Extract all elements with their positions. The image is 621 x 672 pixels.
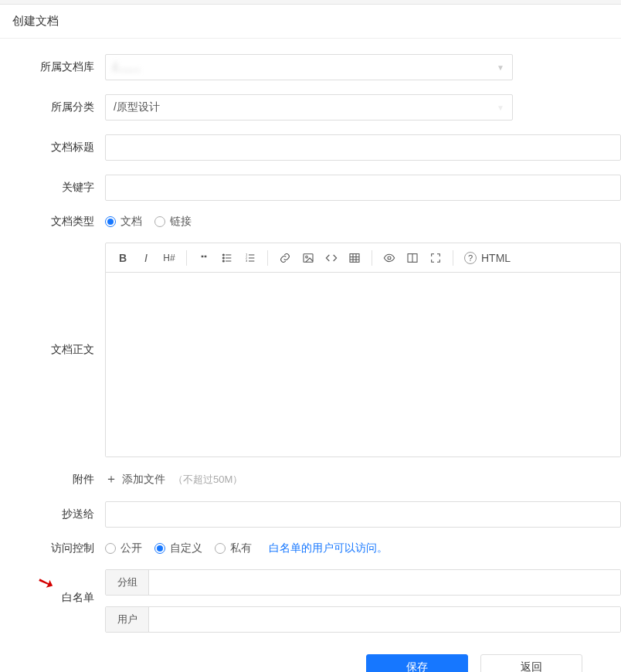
unordered-list-button[interactable] xyxy=(216,247,238,269)
add-file-button[interactable]: ＋ 添加文件 xyxy=(105,471,165,487)
svg-rect-12 xyxy=(304,253,313,262)
caret-down-icon: ▼ xyxy=(497,104,504,112)
access-radio-group: 公开 自定义 私有 白名单的用户可以访问。 xyxy=(105,541,621,555)
editor-textarea[interactable] xyxy=(106,273,620,456)
radio-label: 私有 xyxy=(230,541,252,555)
rich-text-editor: B I H# 123 xyxy=(105,243,621,457)
label-category: 所属分类 xyxy=(0,100,105,114)
label-doc-title: 文档标题 xyxy=(0,141,105,154)
form-actions: 保存 返回 xyxy=(0,647,621,672)
split-view-button[interactable] xyxy=(402,247,423,269)
svg-point-0 xyxy=(222,254,224,256)
whitelist-group-input[interactable] xyxy=(149,570,620,595)
radio-icon xyxy=(105,543,116,554)
plus-icon: ＋ xyxy=(105,471,117,487)
label-library: 所属文档库 xyxy=(0,60,105,74)
radio-icon xyxy=(154,216,165,227)
preview-button[interactable] xyxy=(378,247,400,269)
svg-point-19 xyxy=(388,256,391,260)
whitelist-user-label: 用户 xyxy=(106,607,149,632)
cc-input[interactable] xyxy=(105,501,621,528)
svg-rect-14 xyxy=(350,253,359,262)
access-option-public[interactable]: 公开 xyxy=(105,541,142,555)
form: 所属文档库 /........ ▼ 所属分类 /原型设计 ▼ 文档标题 关键字 … xyxy=(0,39,621,672)
svg-point-2 xyxy=(222,260,224,262)
doc-type-option-link[interactable]: 链接 xyxy=(154,215,192,229)
fullscreen-button[interactable] xyxy=(425,247,446,269)
heading-button[interactable]: H# xyxy=(158,247,180,269)
library-select-value: /........ xyxy=(114,61,497,73)
toolbar-separator xyxy=(372,250,372,266)
doc-type-radio-group: 文档 链接 xyxy=(105,215,621,229)
label-keywords: 关键字 xyxy=(0,181,105,195)
access-hint-text: 白名单的用户可以访问。 xyxy=(269,541,388,555)
whitelist-group-label: 分组 xyxy=(106,570,149,595)
save-button[interactable]: 保存 xyxy=(366,654,468,672)
radio-icon xyxy=(105,216,116,227)
svg-text:3: 3 xyxy=(246,259,248,263)
label-cc: 抄送给 xyxy=(0,507,105,521)
add-file-label: 添加文件 xyxy=(122,473,165,487)
bold-button[interactable]: B xyxy=(112,247,134,269)
toolbar-separator xyxy=(186,250,187,266)
svg-point-1 xyxy=(222,257,224,259)
whitelist-user-input[interactable] xyxy=(149,607,620,632)
table-button[interactable] xyxy=(344,247,365,269)
category-select[interactable]: /原型设计 ▼ xyxy=(105,94,513,120)
help-icon: ? xyxy=(464,252,477,264)
radio-label: 自定义 xyxy=(170,541,202,555)
editor-toolbar: B I H# 123 xyxy=(106,243,620,273)
radio-label: 文档 xyxy=(120,215,142,229)
caret-down-icon: ▼ xyxy=(497,63,504,72)
code-button[interactable] xyxy=(321,247,342,269)
attachment-size-hint: （不超过50M） xyxy=(173,473,243,487)
radio-label: 链接 xyxy=(170,215,192,229)
radio-label: 公开 xyxy=(120,541,142,555)
toolbar-separator xyxy=(453,250,453,266)
whitelist-user-row: 用户 xyxy=(105,606,621,633)
image-button[interactable] xyxy=(297,247,319,269)
label-whitelist: 白名单 xyxy=(0,569,105,605)
whitelist-group-row: 分组 xyxy=(105,569,621,596)
svg-point-13 xyxy=(306,256,308,258)
label-access: 访问控制 xyxy=(0,541,105,555)
label-attachment: 附件 xyxy=(0,473,105,487)
label-doc-type: 文档类型 xyxy=(0,215,105,229)
toolbar-separator xyxy=(267,250,268,266)
link-button[interactable] xyxy=(274,247,296,269)
page-title: 创建文档 xyxy=(0,5,621,39)
library-select[interactable]: /........ ▼ xyxy=(105,54,513,80)
html-mode-label: HTML xyxy=(481,252,511,264)
access-option-private[interactable]: 私有 xyxy=(215,541,252,555)
quote-button[interactable] xyxy=(193,247,215,269)
radio-icon xyxy=(154,543,165,554)
doc-type-option-doc[interactable]: 文档 xyxy=(105,215,142,229)
label-body: 文档正文 xyxy=(0,243,105,357)
category-select-value: /原型设计 xyxy=(114,100,497,114)
italic-button[interactable]: I xyxy=(135,247,157,269)
doc-title-input[interactable] xyxy=(105,134,621,161)
ordered-list-button[interactable]: 123 xyxy=(239,247,261,269)
back-button[interactable]: 返回 xyxy=(480,654,582,672)
keywords-input[interactable] xyxy=(105,175,621,201)
radio-icon xyxy=(215,543,226,554)
html-mode-button[interactable]: ? HTML xyxy=(460,252,515,264)
access-option-custom[interactable]: 自定义 xyxy=(154,541,202,555)
